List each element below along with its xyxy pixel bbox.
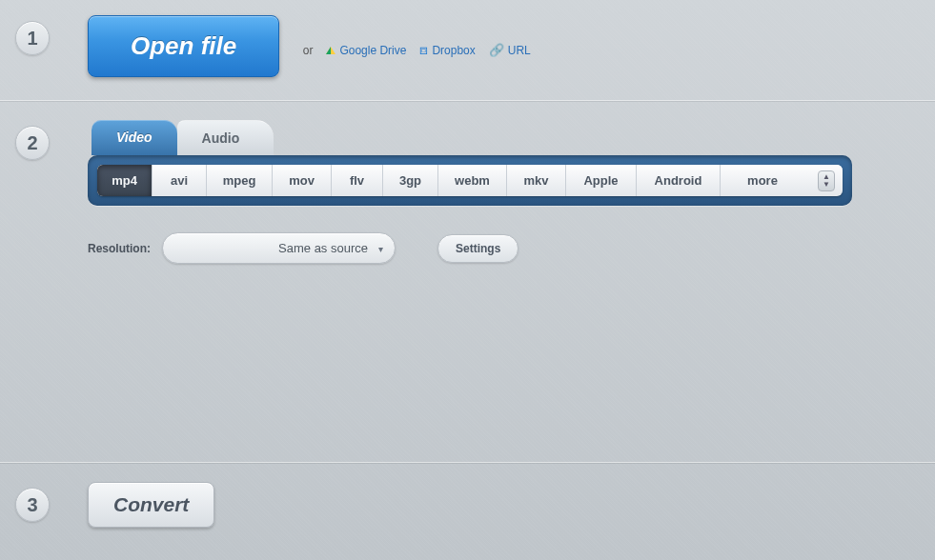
step-2-content: Video Audio mp4 avi mpeg mov flv 3gp web…: [88, 120, 935, 264]
format-bar-container: mp4 avi mpeg mov flv 3gp webm mkv Apple …: [88, 155, 852, 206]
or-text: or: [303, 44, 314, 57]
google-drive-icon: [326, 47, 335, 54]
dropbox-icon: ⧈: [419, 42, 428, 58]
url-label: URL: [508, 44, 531, 57]
resolution-dropdown[interactable]: Same as source: [162, 232, 396, 264]
link-icon: 🔗: [489, 43, 504, 57]
step-1-content: Open file or Google Drive ⧈ Dropbox 🔗 UR…: [88, 15, 935, 77]
tab-audio[interactable]: Audio: [177, 120, 274, 155]
format-bar: mp4 avi mpeg mov flv 3gp webm mkv Apple …: [97, 165, 843, 196]
format-stepper[interactable]: ▲ ▼: [818, 170, 835, 191]
source-options-row: or Google Drive ⧈ Dropbox 🔗 URL: [303, 42, 531, 58]
settings-button[interactable]: Settings: [437, 234, 518, 263]
format-flv[interactable]: flv: [332, 165, 383, 196]
format-webm[interactable]: webm: [438, 165, 507, 196]
step-3-content: Convert: [88, 482, 935, 528]
dropbox-link[interactable]: ⧈ Dropbox: [419, 42, 475, 58]
step-1-badge: 1: [15, 21, 50, 55]
step-3-badge: 3: [15, 488, 50, 522]
step-3-section: 3 Convert: [0, 463, 935, 547]
format-mkv[interactable]: mkv: [507, 165, 566, 196]
convert-button[interactable]: Convert: [88, 482, 214, 528]
format-mov[interactable]: mov: [273, 165, 332, 196]
google-drive-link[interactable]: Google Drive: [326, 44, 406, 57]
step-1-section: 1 Open file or Google Drive ⧈ Dropbox 🔗 …: [0, 0, 935, 101]
chevron-down-icon: ▼: [823, 181, 830, 189]
step-2-section: 2 Video Audio mp4 avi mpeg mov flv 3gp w…: [0, 101, 935, 463]
resolution-label: Resolution:: [88, 242, 151, 255]
format-3gp[interactable]: 3gp: [383, 165, 438, 196]
google-drive-label: Google Drive: [339, 44, 406, 57]
resolution-row: Resolution: Same as source Settings: [88, 232, 935, 264]
format-apple[interactable]: Apple: [566, 165, 637, 196]
tab-video[interactable]: Video: [91, 120, 177, 155]
format-mpeg[interactable]: mpeg: [207, 165, 273, 196]
step-2-badge: 2: [15, 126, 50, 160]
format-android[interactable]: Android: [637, 165, 721, 196]
format-avi[interactable]: avi: [152, 165, 207, 196]
format-mp4[interactable]: mp4: [97, 165, 152, 196]
open-file-button[interactable]: Open file: [88, 15, 279, 77]
media-type-tabs: Video Audio: [91, 120, 935, 155]
url-link[interactable]: 🔗 URL: [489, 43, 531, 57]
dropbox-label: Dropbox: [432, 44, 475, 57]
